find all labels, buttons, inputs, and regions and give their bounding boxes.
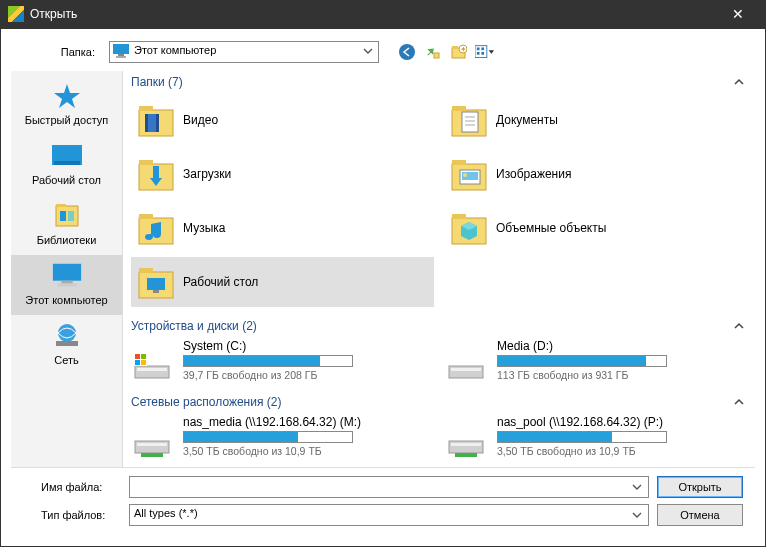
filename-label: Имя файла: <box>23 481 121 493</box>
svg-rect-19 <box>68 211 74 221</box>
chevron-down-icon <box>632 482 642 492</box>
svg-rect-56 <box>141 354 146 359</box>
sidebar-item-quick-access[interactable]: Быстрый доступ <box>11 75 122 135</box>
filetype-combo[interactable]: All types (*.*) <box>129 504 649 526</box>
svg-rect-40 <box>452 160 466 165</box>
filetype-label: Тип файлов: <box>23 509 121 521</box>
svg-rect-26 <box>139 106 153 111</box>
music-folder-icon <box>137 209 175 247</box>
back-button[interactable] <box>397 42 417 62</box>
location-label: Папка: <box>11 46 101 58</box>
sidebar-item-desktop[interactable]: Рабочий стол <box>11 135 122 195</box>
chevron-down-icon <box>632 510 642 520</box>
filename-input[interactable] <box>129 476 649 498</box>
downloads-folder-icon <box>137 155 175 193</box>
svg-rect-49 <box>139 268 153 273</box>
folder-video[interactable]: Видео <box>131 95 434 145</box>
network-icon <box>51 322 83 350</box>
drive-c[interactable]: System (C:) 39,7 ГБ свободно из 208 ГБ <box>133 339 431 383</box>
sidebar-item-this-pc[interactable]: Этот компьютер <box>11 255 122 315</box>
video-folder-icon <box>137 101 175 139</box>
sidebar-item-label: Рабочий стол <box>32 174 101 186</box>
drive-free-text: 113 ГБ свободно из 931 ГБ <box>497 369 745 381</box>
svg-rect-29 <box>156 114 159 132</box>
svg-rect-28 <box>145 114 148 132</box>
app-icon <box>8 6 24 22</box>
desktop-folder-icon <box>137 263 175 301</box>
svg-rect-31 <box>452 106 466 111</box>
sidebar-item-label: Этот компьютер <box>25 294 107 306</box>
view-menu-button[interactable] <box>475 42 495 62</box>
svg-rect-20 <box>52 264 80 281</box>
svg-rect-1 <box>118 54 124 56</box>
file-listing[interactable]: Папки (7) Видео Документы <box>123 71 755 467</box>
dialog-body: Папка: Этот компьютер ✦ <box>0 28 766 547</box>
folder-documents[interactable]: Документы <box>444 95 747 145</box>
section-network-header[interactable]: Сетевые расположения (2) <box>123 391 755 413</box>
up-button[interactable] <box>423 42 443 62</box>
location-bar: Папка: Этот компьютер ✦ <box>11 39 755 71</box>
network-drive-icon <box>133 427 173 459</box>
folder-label: Музыка <box>183 221 225 235</box>
new-folder-button[interactable]: ✦ <box>449 42 469 62</box>
netdrive-p[interactable]: nas_pool (\\192.168.64.32) (P:) 3,50 ТБ … <box>447 415 745 459</box>
svg-rect-61 <box>135 441 169 453</box>
section-devices-header[interactable]: Устройства и диски (2) <box>123 315 755 337</box>
folder-desktop[interactable]: Рабочий стол <box>131 257 434 307</box>
location-value: Этот компьютер <box>109 41 379 63</box>
filetype-value: All types (*.*) <box>134 507 198 519</box>
svg-text:✦: ✦ <box>460 45 467 54</box>
drive-info: Media (D:) 113 ГБ свободно из 931 ГБ <box>497 339 745 381</box>
open-button[interactable]: Открыть <box>657 476 743 498</box>
netdrive-m[interactable]: nas_media (\\192.168.64.32) (M:) 3,50 ТБ… <box>133 415 431 459</box>
computer-icon <box>51 262 83 290</box>
folder-label: Загрузки <box>183 167 231 181</box>
svg-rect-13 <box>481 52 484 55</box>
folder-images[interactable]: Изображения <box>444 149 747 199</box>
svg-rect-50 <box>147 278 165 290</box>
svg-rect-47 <box>452 214 466 219</box>
drive-icon <box>447 351 487 383</box>
svg-rect-32 <box>462 112 478 132</box>
dialog-footer: Имя файла: Открыть Тип файлов: All types… <box>11 467 755 536</box>
cancel-button[interactable]: Отмена <box>657 504 743 526</box>
content-area: Быстрый доступ Рабочий стол Библиотеки Э… <box>11 71 755 467</box>
drive-usage-bar <box>497 355 667 367</box>
svg-rect-62 <box>137 443 167 446</box>
desktop-icon <box>51 142 83 170</box>
svg-point-43 <box>463 173 467 177</box>
svg-rect-12 <box>477 52 480 55</box>
section-title: Устройства и диски (2) <box>131 319 257 333</box>
svg-rect-64 <box>449 441 483 453</box>
drive-d[interactable]: Media (D:) 113 ГБ свободно из 931 ГБ <box>447 339 745 383</box>
folder-3d[interactable]: Объемные объекты <box>444 203 747 253</box>
network-drive-icon <box>447 427 487 459</box>
svg-rect-38 <box>153 166 159 178</box>
drive-info: nas_pool (\\192.168.64.32) (P:) 3,50 ТБ … <box>497 415 745 457</box>
drive-info: System (C:) 39,7 ГБ свободно из 208 ГБ <box>183 339 431 381</box>
folder-label: Объемные объекты <box>496 221 606 235</box>
drives-grid: System (C:) 39,7 ГБ свободно из 208 ГБ M… <box>123 337 755 391</box>
chevron-down-icon <box>363 46 373 56</box>
drive-usage-bar <box>183 355 353 367</box>
folder-downloads[interactable]: Загрузки <box>131 149 434 199</box>
svg-rect-4 <box>434 53 439 58</box>
sidebar-item-libraries[interactable]: Библиотеки <box>11 195 122 255</box>
drive-name: Media (D:) <box>497 339 745 353</box>
nav-icons: ✦ <box>397 42 495 62</box>
close-button[interactable]: ✕ <box>718 6 758 22</box>
monitor-icon <box>113 44 129 58</box>
sidebar-item-network[interactable]: Сеть <box>11 315 122 375</box>
documents-folder-icon <box>450 101 488 139</box>
folders-grid: Видео Документы Загрузки <box>123 93 755 315</box>
svg-rect-2 <box>116 56 126 58</box>
svg-rect-11 <box>481 47 484 50</box>
svg-rect-45 <box>139 214 153 219</box>
folder-music[interactable]: Музыка <box>131 203 434 253</box>
section-folders-header[interactable]: Папки (7) <box>123 71 755 93</box>
drive-free-text: 39,7 ГБ свободно из 208 ГБ <box>183 369 431 381</box>
svg-rect-51 <box>153 290 159 293</box>
location-combo[interactable]: Этот компьютер <box>109 41 379 63</box>
drive-icon <box>133 351 173 383</box>
svg-rect-65 <box>451 443 481 446</box>
